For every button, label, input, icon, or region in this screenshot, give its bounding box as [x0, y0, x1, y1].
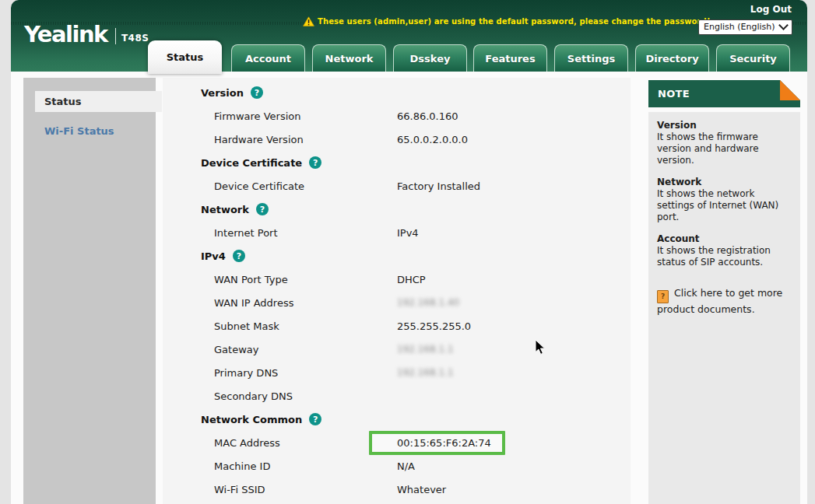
note-entry-network: NetworkIt shows the network settings of … [657, 177, 792, 223]
field-value-highlighted: 00:15:65:F6:2A:74 [369, 431, 505, 455]
note-panel-body: VersionIt shows the firmware version and… [648, 112, 800, 504]
field-row-firmware-version: Firmware Version66.86.0.160 [163, 104, 631, 128]
field-label: Gateway [214, 344, 397, 355]
section-title: Network Common [201, 414, 302, 425]
language-select[interactable]: English (English) [698, 19, 792, 35]
brand-text: Yealink [24, 21, 107, 47]
help-icon[interactable]: ? [309, 413, 321, 425]
status-content-panel: Version?Firmware Version66.86.0.160Hardw… [163, 78, 631, 504]
folded-corner-icon [780, 80, 800, 100]
field-value: 65.0.0.2.0.0.0 [397, 134, 468, 145]
field-label: Internet Port [214, 227, 397, 239]
field-row-device-certificate: Device CertificateFactory Installed [163, 174, 631, 198]
sidebar-item-status[interactable]: Status [35, 91, 162, 112]
note-entry-text: It shows the network settings of Interne… [657, 188, 792, 223]
field-label: Machine ID [214, 460, 397, 472]
note-panel-header: NOTE [648, 80, 800, 107]
field-label: WAN IP Address [214, 297, 397, 309]
note-entry-heading: Account [657, 233, 792, 245]
docs-link-text: Click here to get more product documents… [657, 287, 782, 315]
tab-features[interactable]: Features [473, 44, 547, 72]
tab-status[interactable]: Status [148, 40, 222, 74]
sidebar: StatusWi-Fi Status [23, 78, 156, 504]
tab-security[interactable]: Security [716, 44, 790, 72]
field-value: DHCP [397, 274, 426, 285]
field-label: Firmware Version [214, 110, 397, 122]
field-value: 192.168.1.40 [397, 297, 459, 308]
sidebar-item-wi-fi-status[interactable]: Wi-Fi Status [35, 121, 162, 142]
help-icon[interactable]: ? [309, 156, 321, 169]
note-entry-text: It shows the firmware version and hardwa… [657, 131, 792, 166]
section-header-network-common: Network Common? [163, 408, 631, 431]
note-entry-text: It shows the registration status of SIP … [657, 245, 792, 268]
field-value: 66.86.0.160 [397, 110, 458, 122]
field-row-internet-port: Internet PortIPv4 [163, 221, 631, 244]
language-select-wrap: English (English) [698, 18, 792, 33]
field-row-hardware-version: Hardware Version65.0.0.2.0.0.0 [163, 128, 631, 151]
section-title: IPv4 [201, 250, 226, 262]
field-value: 255.255.255.0 [397, 320, 471, 332]
field-row-primary-dns: Primary DNS192.168.1.1 [163, 361, 631, 384]
field-value: 192.168.1.1 [397, 367, 454, 378]
tab-settings[interactable]: Settings [554, 44, 628, 72]
field-row-mac-address: MAC Address00:15:65:F6:2A:74 [163, 431, 631, 454]
warning-text: These users (admin,user) are using the d… [318, 17, 711, 26]
tab-account[interactable]: Account [231, 44, 305, 72]
section-header-version: Version? [163, 81, 631, 104]
default-password-warning: These users (admin,user) are using the d… [303, 16, 711, 26]
note-entries: VersionIt shows the firmware version and… [657, 120, 792, 268]
model-text: T48S [121, 33, 149, 44]
field-row-secondary-dns: Secondary DNS [163, 384, 631, 408]
logo: Yealink T48S [24, 21, 149, 47]
field-row-subnet-mask: Subnet Mask255.255.255.0 [163, 314, 631, 338]
field-row-wi-fi-ssid: Wi-Fi SSIDWhatever [163, 478, 631, 501]
field-label: Subnet Mask [214, 320, 397, 332]
field-value: 192.168.1.1 [397, 344, 454, 355]
field-row-gateway: Gateway192.168.1.1 [163, 338, 631, 361]
help-icon[interactable]: ? [251, 86, 263, 99]
field-label: Hardware Version [214, 134, 397, 145]
section-title: Version [201, 87, 244, 99]
section-header-network: Network? [163, 198, 631, 221]
note-entry-account: AccountIt shows the registration status … [657, 233, 792, 268]
doc-icon: ? [657, 290, 669, 303]
field-label: Secondary DNS [214, 390, 397, 402]
warning-icon [303, 16, 314, 26]
logout-link[interactable]: Log Out [750, 4, 792, 15]
note-entry-heading: Network [657, 177, 792, 188]
section-title: Network [201, 204, 249, 215]
note-title: NOTE [658, 88, 690, 100]
cursor-icon [535, 339, 546, 356]
field-label: Primary DNS [214, 367, 397, 379]
tab-directory[interactable]: Directory [635, 44, 709, 72]
field-label: WAN Port Type [214, 274, 397, 285]
field-value: Factory Installed [397, 180, 480, 192]
note-entry-version: VersionIt shows the firmware version and… [657, 120, 792, 166]
tab-network[interactable]: Network [312, 44, 386, 72]
section-header-device-certificate: Device Certificate? [163, 151, 631, 174]
field-row-wan-port-type: WAN Port TypeDHCP [163, 268, 631, 291]
help-icon[interactable]: ? [256, 203, 269, 215]
product-docs-link[interactable]: ?Click here to get more product document… [657, 287, 792, 316]
field-value: N/A [397, 460, 415, 472]
field-label: Wi-Fi SSID [214, 484, 397, 495]
field-row-machine-id: Machine IDN/A [163, 454, 631, 478]
note-entry-heading: Version [657, 120, 792, 131]
help-icon[interactable]: ? [233, 250, 245, 262]
logo-divider [115, 28, 116, 44]
field-row-wan-ip-address: WAN IP Address192.168.1.40 [163, 291, 631, 314]
section-header-ipv4: IPv4? [163, 244, 631, 268]
field-label: Device Certificate [214, 180, 397, 192]
section-title: Device Certificate [201, 157, 302, 169]
tab-dsskey[interactable]: Dsskey [393, 44, 467, 72]
field-value: Whatever [397, 484, 446, 495]
field-value: IPv4 [397, 227, 419, 239]
